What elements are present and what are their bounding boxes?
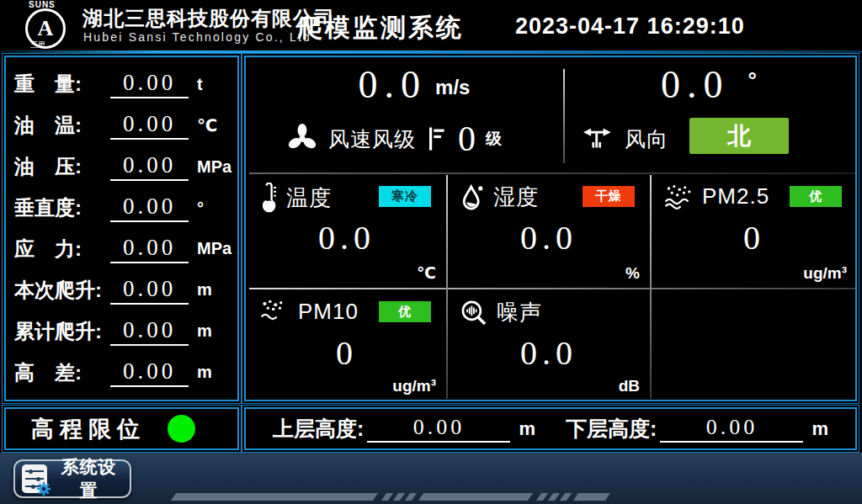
temperature-unit: ℃ — [417, 263, 436, 283]
measurement-row-oil-pressure: 油 压: 0.00 MPa — [14, 146, 229, 188]
measurement-unit: m — [197, 363, 229, 382]
elevation-limit-panel: 高程限位 — [4, 407, 239, 450]
pm25-card: PM2.5 优 0 ug/m³ — [653, 176, 855, 286]
footer-stripe — [405, 493, 417, 501]
measurement-value: 0.00 — [110, 235, 189, 263]
upper-height-unit: m — [519, 418, 535, 440]
measurement-row-stress: 应 力: 0.00 MPa — [14, 229, 229, 270]
heights-panel: 上层高度: 0.00 m 下层高度: 0.00 m — [244, 407, 857, 450]
lower-height-group: 下层高度: 0.00 m — [566, 415, 828, 443]
grid-divider-vertical-2 — [650, 175, 652, 399]
grid-divider-horizontal-2 — [249, 288, 855, 289]
temperature-header: 温度 — [259, 183, 332, 213]
wind-direction-button[interactable]: 北 — [689, 118, 789, 154]
footer-stripe — [418, 493, 533, 501]
measurement-value: 0.00 — [110, 70, 189, 98]
wind-vane-icon — [581, 125, 615, 153]
hmi-screen: SUNS A 三思 湖北三思科技股份有限公司 Hubei Sansi Techn… — [0, 0, 862, 504]
noise-label: 噪声 — [497, 298, 542, 327]
measurement-row-height-diff: 高 差: 0.00 m — [14, 352, 229, 393]
header-separator — [0, 50, 862, 53]
pm10-card: PM10 优 0 ug/m³ — [249, 291, 444, 399]
wind-direction-value: 0.0 — [661, 66, 730, 104]
pm10-status-badge: 优 — [379, 301, 431, 322]
humidity-header: 湿度 — [460, 183, 539, 212]
measurement-label: 油 压: — [14, 153, 109, 180]
measurement-label: 重 量: — [14, 71, 109, 98]
water-drop-icon — [460, 183, 485, 212]
temperature-card: 温度 寒冷 0.0 ℃ — [249, 176, 444, 286]
datetime-display: 2023-04-17 16:29:10 — [515, 13, 745, 40]
thermometer-icon — [259, 183, 278, 213]
pm25-label: PM2.5 — [702, 183, 769, 210]
pm25-status-badge: 优 — [790, 186, 842, 207]
measurement-label: 累计爬升: — [14, 318, 109, 345]
logo-letter: A — [38, 16, 54, 41]
measurement-row-weight: 重 量: 0.00 t — [14, 64, 229, 105]
pm25-value: 0 — [653, 218, 855, 257]
wind-level-icon — [426, 125, 448, 152]
measurement-unit: t — [197, 75, 229, 94]
measurement-unit: m — [197, 321, 229, 341]
humidity-card: 湿度 干燥 0.0 % — [450, 176, 648, 286]
wind-direction-label: 风向 — [625, 125, 668, 153]
measurement-unit: MPa — [197, 239, 229, 258]
noise-meter-icon — [460, 299, 488, 327]
company-name-en: Hubei Sansi Technology Co., Ltd — [83, 30, 311, 44]
footer-stripe — [381, 493, 393, 501]
pm25-unit: ug/m³ — [803, 264, 847, 283]
pm10-label: PM10 — [298, 299, 359, 325]
measurement-row-total-climb: 累计爬升: 0.00 m — [14, 310, 229, 352]
footer-stripe — [573, 493, 610, 501]
footer-stripe — [560, 493, 572, 501]
measurement-label: 高 差: — [14, 359, 109, 386]
lower-height-unit: m — [811, 418, 828, 440]
settings-sliders-icon — [22, 464, 47, 493]
wind-speed-unit: m/s — [435, 76, 470, 104]
noise-value: 0.0 — [450, 333, 648, 373]
measurement-label: 油 温: — [14, 112, 109, 139]
measurement-unit: m — [197, 280, 229, 300]
humidity-label: 湿度 — [493, 183, 539, 212]
footer-bar: 系统设置 — [0, 453, 862, 504]
measurement-label: 本次爬升: — [14, 277, 109, 304]
measurement-value: 0.00 — [110, 358, 189, 387]
noise-unit: dB — [619, 377, 640, 395]
measurement-label: 垂直度: — [14, 194, 109, 221]
logo-bottom-text: 三思 — [30, 40, 45, 50]
lower-height-label: 下层高度: — [566, 415, 657, 443]
dust-particles-icon — [663, 183, 694, 210]
dust-particles-icon — [259, 298, 290, 325]
page-title: 爬模监测系统 — [297, 11, 464, 45]
upper-height-value: 0.00 — [367, 415, 510, 443]
company-logo-icon: SUNS A 三思 — [19, 2, 79, 49]
environment-panel: 0.0 m/s 风速风级 0 级 — [244, 56, 857, 401]
pm10-unit: ug/m³ — [392, 377, 436, 395]
footer-stripe — [548, 493, 560, 501]
measurement-value: 0.00 — [110, 111, 189, 140]
noise-card: 噪声 0.0 dB — [450, 291, 648, 399]
elevation-limit-label: 高程限位 — [31, 414, 146, 444]
settings-button-label: 系统设置 — [55, 455, 123, 502]
temperature-value: 0.0 — [249, 218, 444, 257]
lower-height-value: 0.00 — [660, 415, 803, 443]
upper-height-label: 上层高度: — [273, 415, 364, 443]
measurement-row-verticality: 垂直度: 0.00 ° — [14, 188, 229, 229]
measurement-unit: ℃ — [197, 115, 229, 135]
gear-icon — [35, 480, 52, 497]
wind-direction-unit: ° — [748, 66, 757, 93]
pm10-header: PM10 — [259, 298, 359, 325]
footer-stripe — [393, 493, 405, 501]
wind-speed-value: 0.0 — [359, 66, 428, 104]
temperature-label: 温度 — [286, 183, 332, 213]
wind-level-unit: 级 — [486, 128, 502, 150]
wind-direction-group: 风向 — [581, 125, 668, 153]
noise-header: 噪声 — [460, 298, 542, 327]
measurement-value: 0.00 — [110, 276, 189, 305]
measurements-panel: 重 量: 0.00 t 油 温: 0.00 ℃ 油 压: 0.00 MPa 垂直… — [4, 56, 239, 401]
measurement-label: 应 力: — [14, 236, 109, 263]
measurement-row-current-climb: 本次爬升: 0.00 m — [14, 269, 229, 310]
temperature-status-badge: 寒冷 — [379, 186, 431, 207]
humidity-value: 0.0 — [450, 218, 648, 257]
system-settings-button[interactable]: 系统设置 — [13, 459, 131, 498]
